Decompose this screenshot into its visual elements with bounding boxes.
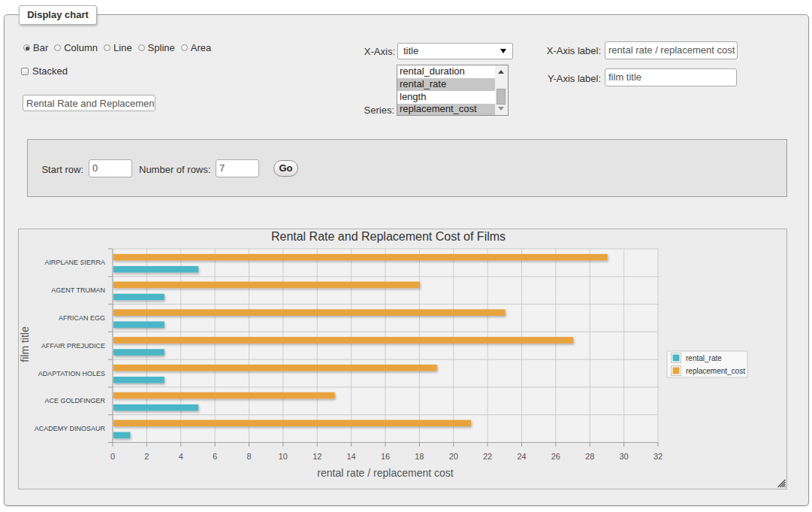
svg-text:32: 32 xyxy=(654,452,663,461)
svg-text:film title: film title xyxy=(19,326,31,362)
svg-text:rental rate / replacement cost: rental rate / replacement cost xyxy=(317,467,453,479)
svg-text:AFFAIR PREJUDICE: AFFAIR PREJUDICE xyxy=(41,342,105,350)
svg-text:26: 26 xyxy=(551,452,560,461)
svg-text:Rental Rate and Replacement Co: Rental Rate and Replacement Cost of Film… xyxy=(271,230,506,243)
svg-text:AFRICAN EGG: AFRICAN EGG xyxy=(59,314,105,322)
svg-text:16: 16 xyxy=(381,452,390,461)
svg-text:14: 14 xyxy=(346,452,355,461)
svg-text:20: 20 xyxy=(449,452,458,461)
svg-text:30: 30 xyxy=(619,452,628,461)
svg-text:2: 2 xyxy=(144,452,149,461)
svg-text:18: 18 xyxy=(415,452,424,461)
svg-text:24: 24 xyxy=(517,452,526,461)
svg-text:ACE GOLDFINGER: ACE GOLDFINGER xyxy=(44,397,105,404)
svg-text:AIRPLANE SIERRA: AIRPLANE SIERRA xyxy=(44,259,105,266)
svg-text:rental_rate: rental_rate xyxy=(686,354,722,362)
svg-text:ADAPTATION HOLES: ADAPTATION HOLES xyxy=(38,370,105,377)
svg-text:4: 4 xyxy=(179,452,183,461)
svg-text:12: 12 xyxy=(312,452,321,461)
svg-text:ACADEMY DINOSAUR: ACADEMY DINOSAUR xyxy=(35,425,106,432)
svg-text:10: 10 xyxy=(279,452,288,461)
svg-text:0: 0 xyxy=(110,452,115,461)
svg-text:8: 8 xyxy=(246,452,251,461)
svg-text:28: 28 xyxy=(585,452,594,461)
svg-text:AGENT TRUMAN: AGENT TRUMAN xyxy=(51,286,105,294)
svg-text:replacement_cost: replacement_cost xyxy=(686,367,745,375)
svg-text:6: 6 xyxy=(213,452,217,461)
svg-text:22: 22 xyxy=(483,452,492,461)
